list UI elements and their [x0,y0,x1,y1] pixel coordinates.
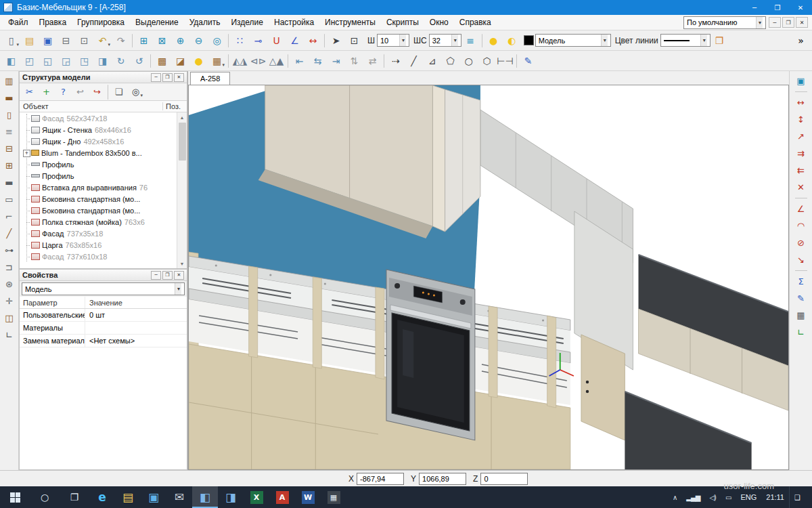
explorer-icon[interactable]: ▤ [115,486,141,508]
tree-item[interactable]: Профиль [20,158,176,170]
plinth-tool-icon[interactable]: ▭ [1,192,18,207]
find-object-icon[interactable]: ❏ [111,85,127,100]
menu-edit[interactable]: Правка [34,16,72,28]
bazis-window-icon[interactable]: ◨ [218,486,244,508]
tree-item[interactable]: Ящик - Стенка 68x446x16 [20,124,176,135]
tree-expand-icon[interactable] [23,182,30,192]
hinge-tool-icon[interactable]: ⊶ [1,242,18,258]
model-color-swatch[interactable] [524,35,534,45]
board-tool-icon[interactable]: ▬ [1,90,18,106]
scroll-down-icon[interactable]: ▼ [177,259,187,268]
view-user-icon[interactable]: ◨ [94,53,111,69]
bazis-app-icon[interactable]: ◧ [192,486,218,508]
x-coordinate-input[interactable] [357,473,404,485]
tree-expand-icon[interactable] [23,113,30,123]
dim-chain-icon[interactable]: ⇉ [793,146,809,161]
tree-expand-icon[interactable] [23,136,30,146]
material-cube-icon[interactable]: ◪ [172,53,189,69]
copy-icon[interactable]: ⊡ [76,33,93,49]
menu-tools[interactable]: Инструменты [319,16,381,28]
tree-item[interactable]: Blum - Tandembox 83x500 в... [20,147,176,158]
mdi-close-button[interactable]: ✕ [796,17,808,28]
material-box-icon[interactable]: ▦ [208,53,225,69]
tree-item[interactable]: Фасад 737x35x18 [20,228,176,239]
profile-combo[interactable]: По умолчанию [683,16,766,29]
document-tab[interactable]: A-258 [190,72,230,85]
tree-item[interactable]: Фасад 562x347x18 [20,112,176,124]
snap-node-icon[interactable]: ⊸ [250,33,267,49]
help-icon[interactable]: ? [55,85,71,100]
rail-tool-icon[interactable]: ╱ [1,226,18,241]
menu-help[interactable]: Справка [454,16,497,28]
dock-minimize-button[interactable]: ─ [151,271,161,280]
tree-expand-icon[interactable] [23,171,30,181]
tree-item[interactable]: Профиль [20,170,176,182]
tree-expand-icon[interactable] [23,240,30,250]
dim-linear-icon[interactable]: ↔ [793,95,809,110]
undo-icon[interactable]: ↶ [94,33,111,49]
distribute-horizontal-icon[interactable]: ⇆ [309,53,326,69]
cabinet-tool-icon[interactable]: ⊞ [1,158,18,173]
zoom-in-icon[interactable]: ⊕ [172,33,189,49]
menu-delete[interactable]: Удалить [184,16,226,28]
snap-angle-icon[interactable]: ∠ [286,33,303,49]
view-axonometry-icon[interactable]: ◧ [3,53,20,69]
dim-radius-icon[interactable]: ◠ [793,218,809,234]
task-view-icon[interactable]: ❐ [60,486,89,508]
tree-expand-icon[interactable] [23,251,30,261]
sum-icon[interactable]: Σ [793,274,809,289]
hidden-icons-icon[interactable]: ∧ [668,486,681,508]
width-combo[interactable]: 10 [377,34,409,47]
snap-dimension-icon[interactable]: ↔ [304,33,321,49]
excel-icon[interactable]: X [244,486,269,508]
tree-expand-icon[interactable] [23,159,30,169]
menu-product[interactable]: Изделие [225,16,269,28]
circle-icon[interactable]: ○ [460,53,477,69]
mirror-horizontal-icon[interactable]: ◭◮ [231,53,248,69]
tree-expand-icon[interactable] [23,125,30,135]
mdi-minimize-button[interactable]: ─ [769,17,781,28]
tree-scrollbar[interactable]: ▲ ▼ [177,112,187,268]
shelf-tool-icon[interactable]: ≡ [1,124,18,140]
tree-expand-icon[interactable] [23,217,30,227]
light-icon[interactable]: ● [485,33,502,49]
select-cursor-icon[interactable]: ➤ [328,33,344,49]
dim-delete-icon[interactable]: ✕ [793,179,809,195]
new-file-icon[interactable]: ▯ [3,33,20,49]
menu-settings[interactable]: Настройка [269,16,319,28]
start-button[interactable] [0,486,30,508]
render-settings-icon[interactable]: ▣ [793,73,809,89]
windows-cascade-icon[interactable]: ❐ [711,33,728,49]
notification-center-icon[interactable]: ❑ [789,486,812,508]
profile-tool-icon[interactable]: ⌐ [1,209,18,224]
view-front-icon[interactable]: ◰ [21,53,38,69]
width2-combo[interactable]: 32 [429,34,461,47]
view-top-icon[interactable]: ◱ [39,53,56,69]
rotate-model-icon[interactable]: ↺ [131,53,148,69]
dock-float-button[interactable]: ❐ [162,73,173,82]
mirror-copy-icon[interactable]: △▲ [268,53,285,69]
z-coordinate-input[interactable] [480,473,528,485]
align-left-icon[interactable]: ⇤ [291,53,308,69]
menu-window[interactable]: Окно [424,16,454,28]
render-light-icon[interactable]: ● [190,53,207,69]
dim-diameter-icon[interactable]: ⊘ [793,235,809,251]
add-icon[interactable]: + [39,85,54,100]
dock-float-button[interactable]: ❐ [162,271,173,280]
corner-tool-icon[interactable]: ∟ [1,327,18,343]
layers-icon[interactable]: ≡ [462,33,479,49]
minimize-button[interactable]: ─ [743,0,766,15]
y-coordinate-input[interactable] [419,473,466,485]
zoom-fit-icon[interactable]: ⊞ [135,33,152,49]
zoom-window-icon[interactable]: ⊠ [154,33,171,49]
table-icon[interactable]: ▦ [793,308,809,323]
cut-icon[interactable]: ✂ [22,85,37,100]
tree-expand-icon[interactable] [23,205,30,215]
word-icon[interactable]: W [295,486,321,508]
facade-tool-icon[interactable]: ▯ [1,107,18,123]
handle-tool-icon[interactable]: ⊐ [1,259,18,275]
tree-item[interactable]: Боковина стандартная (мо... [20,193,176,205]
axes-icon[interactable]: ∟ [793,324,809,340]
scrollbar-thumb[interactable] [179,123,186,161]
zoom-previous-icon[interactable]: ◎ [208,33,225,49]
